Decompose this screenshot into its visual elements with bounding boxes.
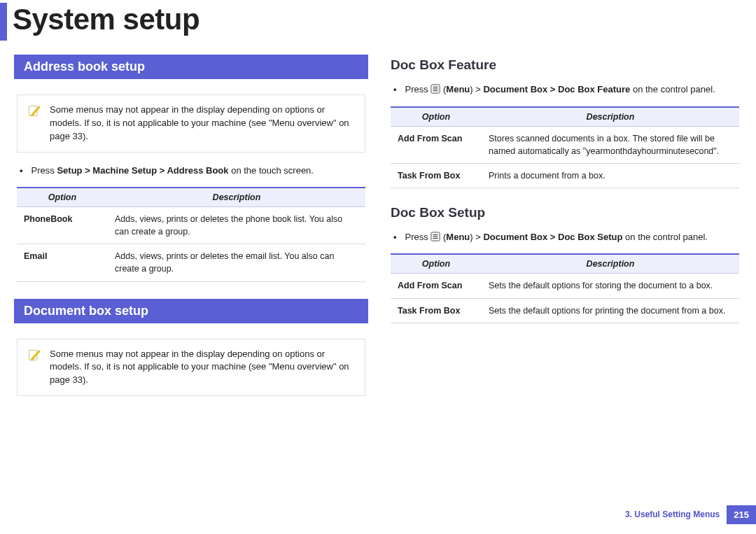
cell-option: Add From Scan [391,274,482,298]
bullet-text: Press (Menu) > Document Box > Doc Box Fe… [405,83,739,97]
text: Press [405,232,431,242]
menu-path: Setup > Machine Setup > Address Book [57,165,228,176]
cell-option: Task From Box [391,298,482,323]
text: Press [31,165,57,176]
text: on the control panel. [622,232,707,242]
menu-icon [430,232,440,241]
table-row: Task From Box Prints a document from a b… [391,163,739,188]
table-address-book: Option Description PhoneBook Adds, views… [17,187,365,282]
th-description: Description [482,107,739,127]
heading-address-book: Address book setup [14,55,368,79]
footer-page-number: 215 [727,505,756,524]
table-row: Email Adds, views, prints or deletes the… [17,244,365,281]
cell-description: Sets the default options for printing th… [482,298,739,323]
title-accent-bar [0,3,7,41]
menu-icon [430,84,440,94]
cell-option: Task From Box [391,163,482,188]
th-option: Option [391,107,482,127]
cell-description: Prints a document from a box. [482,163,739,188]
table-doc-box-feature: Option Description Add From Scan Stores … [391,106,739,188]
left-column: Address book setup Some menus may not ap… [14,55,368,407]
table-row: Task From Box Sets the default options f… [391,298,739,323]
note-icon [27,104,41,118]
th-option: Option [17,188,108,207]
instruction-doc-box-feature: • Press (Menu) > Document Box > Doc Box … [388,83,742,106]
bullet-text: Press Setup > Machine Setup > Address Bo… [31,164,365,178]
table-doc-box-setup: Option Description Add From Scan Sets th… [391,253,739,323]
text: on the control panel. [630,84,715,94]
bullet-dot: • [393,83,397,97]
cell-option: Email [17,244,108,281]
bullet-dot: • [393,230,397,244]
heading-doc-box-feature: Doc Box Feature [391,57,739,73]
page-footer: 3. Useful Setting Menus 215 [618,505,756,524]
bullet-text: Press (Menu) > Document Box > Doc Box Se… [405,230,739,244]
bullet-dot: • [20,164,23,178]
footer-chapter: 3. Useful Setting Menus [618,505,727,524]
cell-option: PhoneBook [17,207,108,244]
th-description: Description [108,188,365,207]
menu-path: Document Box > Doc Box Setup [483,232,622,242]
content-columns: Address book setup Some menus may not ap… [0,41,756,407]
cell-description: Stores scanned documents in a box. The s… [482,126,739,163]
cell-option: Add From Scan [391,126,482,163]
heading-doc-box-setup: Doc Box Setup [391,205,739,220]
note-icon [27,348,41,362]
instruction-address-book: • Press Setup > Machine Setup > Address … [14,164,368,188]
th-description: Description [482,254,739,274]
page-title-block: System setup [0,0,756,41]
instruction-doc-box-setup: • Press (Menu) > Document Box > Doc Box … [388,230,742,254]
heading-document-box: Document box setup [14,299,368,323]
right-column: Doc Box Feature • Press (Menu) > Documen… [388,55,742,407]
page-title: System setup [13,3,200,41]
cell-description: Adds, views, prints or deletes the phone… [108,207,365,244]
th-option: Option [391,254,482,274]
cell-description: Sets the default options for storing the… [482,274,739,298]
note-document-box: Some menus may not appear in the display… [17,339,365,397]
note-text: Some menus may not appear in the display… [50,348,355,388]
table-row: Add From Scan Sets the default options f… [391,274,739,298]
menu-label: Menu [446,84,470,94]
text: on the touch screen. [229,165,314,176]
note-address-book: Some menus may not appear in the display… [17,94,365,153]
menu-label: Menu [446,232,470,242]
table-row: PhoneBook Adds, views, prints or deletes… [17,207,365,244]
table-row: Add From Scan Stores scanned documents i… [391,126,739,163]
text: Press [405,84,431,94]
cell-description: Adds, views, prints or deletes the email… [108,244,365,281]
note-text: Some menus may not appear in the display… [50,104,355,143]
menu-path: Document Box > Doc Box Feature [483,84,630,94]
